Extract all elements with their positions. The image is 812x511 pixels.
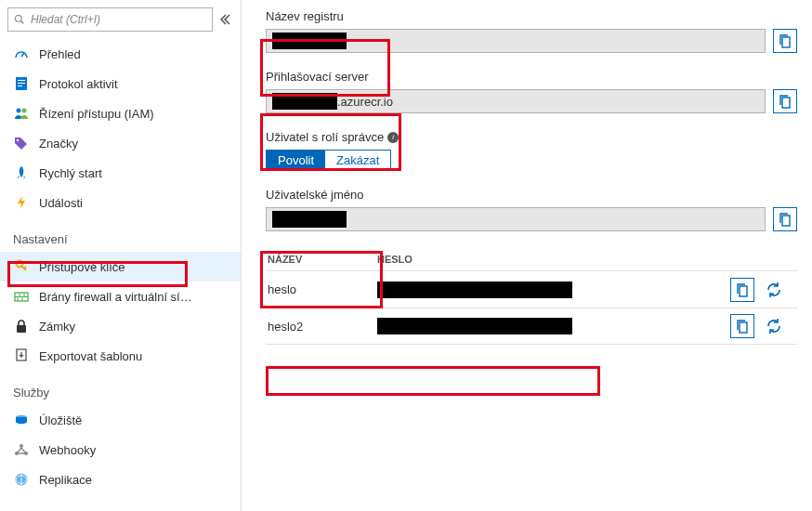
main-panel: Název registru Přihlašovací server .azur… [242, 0, 812, 511]
svg-point-0 [16, 16, 22, 22]
login-server-label: Přihlašovací server [266, 70, 797, 84]
iam-icon [13, 105, 30, 122]
svg-point-8 [22, 109, 27, 113]
sidebar-item-overview[interactable]: Přehled [0, 39, 241, 69]
firewall-icon [13, 288, 30, 305]
replication-icon [13, 471, 30, 488]
admin-user-block: Uživatel s rolí správce i Povolit Zakáza… [266, 130, 797, 171]
sidebar-item-storage[interactable]: Úložiště [0, 405, 241, 435]
sidebar-item-access-keys[interactable]: Přístupové klíče [0, 252, 241, 282]
svg-line-12 [24, 267, 26, 269]
sidebar-item-tags[interactable]: Značky [0, 128, 241, 158]
sidebar-top-list: Přehled Protokol aktivit Řízení přístupu… [0, 39, 241, 217]
sidebar-item-webhooks[interactable]: Webhooky [0, 435, 241, 465]
collapse-sidebar-button[interactable] [216, 8, 233, 31]
svg-point-7 [17, 109, 21, 113]
pw-row-value[interactable] [377, 318, 730, 334]
sidebar-item-export-template[interactable]: Exportovat šablonu [0, 341, 241, 371]
login-server-field: Přihlašovací server .azurecr.io [266, 70, 797, 113]
sidebar-item-activity-log[interactable]: Protokol aktivit [0, 69, 241, 98]
sidebar-item-label: Exportovat šablonu [39, 349, 142, 363]
key-icon [13, 258, 30, 275]
sidebar-item-label: Rychlý start [39, 166, 102, 180]
pw-header-name: NÁZEV [266, 254, 377, 265]
login-server-suffix: .azurecr.io [337, 95, 393, 109]
export-icon [13, 347, 30, 364]
gauge-icon [13, 46, 30, 62]
tag-icon [13, 135, 30, 151]
pw-row-name: heslo [266, 282, 377, 296]
toggle-disable[interactable]: Zakázat [325, 151, 390, 170]
copy-button[interactable] [773, 29, 797, 53]
svg-rect-5 [18, 83, 25, 84]
svg-rect-19 [17, 325, 26, 333]
redacted-value [272, 33, 347, 49]
svg-rect-30 [740, 322, 747, 333]
username-field: Uživatelské jméno [266, 188, 797, 231]
svg-point-22 [20, 444, 23, 448]
svg-rect-29 [740, 286, 747, 296]
lock-icon [13, 318, 30, 334]
info-icon[interactable]: i [387, 132, 399, 143]
pw-row-name: heslo2 [266, 320, 377, 334]
username-input[interactable] [266, 207, 766, 231]
sidebar-item-label: Brány firewall a virtuální sí… [39, 290, 192, 304]
sidebar-item-label: Řízení přístupu (IAM) [39, 107, 154, 121]
sidebar-settings-list: Přístupové klíče Brány firewall a virtuá… [0, 252, 241, 371]
rocket-icon [13, 164, 30, 181]
svg-rect-28 [782, 216, 790, 226]
sidebar-item-label: Události [39, 196, 83, 210]
sidebar-item-events[interactable]: Události [0, 188, 241, 217]
sidebar-item-replication[interactable]: Replikace [0, 465, 241, 494]
registry-name-input[interactable] [266, 29, 766, 53]
sidebar-item-iam[interactable]: Řízení přístupu (IAM) [0, 98, 241, 128]
username-label: Uživatelské jméno [266, 188, 797, 202]
registry-name-label: Název registru [266, 9, 797, 23]
sidebar-item-label: Značky [39, 137, 78, 151]
pw-header-password: HESLO [377, 254, 730, 265]
copy-button[interactable] [730, 278, 754, 302]
sidebar-item-locks[interactable]: Zámky [0, 311, 241, 341]
svg-line-2 [21, 53, 24, 57]
svg-line-1 [21, 21, 24, 24]
svg-rect-6 [18, 85, 22, 86]
regenerate-button[interactable] [762, 278, 786, 302]
sidebar-item-label: Úložiště [39, 413, 82, 427]
sidebar-item-quickstart[interactable]: Rychlý start [0, 158, 241, 188]
password-row: heslo2 [266, 308, 797, 345]
sidebar-item-label: Zámky [39, 320, 75, 334]
bolt-icon [13, 194, 30, 211]
redacted-value [377, 318, 572, 334]
svg-rect-27 [782, 98, 790, 108]
admin-toggle[interactable]: Povolit Zakázat [266, 150, 391, 171]
registry-name-field: Název registru [266, 9, 797, 53]
sidebar: Přehled Protokol aktivit Řízení přístupu… [0, 0, 242, 511]
sidebar-section-services-title: Služby [0, 371, 241, 405]
admin-user-label: Uživatel s rolí správce [266, 130, 384, 144]
storage-icon [13, 412, 30, 428]
sidebar-item-label: Webhooky [39, 443, 96, 457]
sidebar-item-label: Replikace [39, 473, 92, 487]
sidebar-section-settings-title: Nastavení [0, 217, 241, 252]
copy-button[interactable] [773, 207, 797, 231]
password-row: heslo [266, 270, 797, 308]
copy-button[interactable] [773, 89, 797, 113]
sidebar-item-firewall[interactable]: Brány firewall a virtuální sí… [0, 282, 241, 311]
toggle-enable[interactable]: Povolit [267, 151, 325, 170]
search-icon [14, 14, 25, 25]
regenerate-button[interactable] [762, 314, 786, 338]
sidebar-services-list: Úložiště Webhooky Replikace [0, 405, 241, 494]
login-server-input[interactable]: .azurecr.io [266, 89, 766, 113]
sidebar-item-label: Přístupové klíče [39, 260, 125, 274]
redacted-value [272, 211, 347, 228]
search-box[interactable] [7, 7, 213, 32]
sidebar-item-label: Protokol aktivit [39, 77, 118, 91]
search-input[interactable] [31, 13, 206, 26]
svg-rect-26 [782, 37, 790, 47]
copy-button[interactable] [730, 314, 754, 338]
redacted-value [377, 282, 572, 298]
pw-row-value[interactable] [377, 282, 730, 298]
password-table: NÁZEV HESLO heslo heslo2 [266, 248, 797, 345]
log-icon [13, 75, 30, 92]
svg-point-9 [17, 139, 19, 141]
